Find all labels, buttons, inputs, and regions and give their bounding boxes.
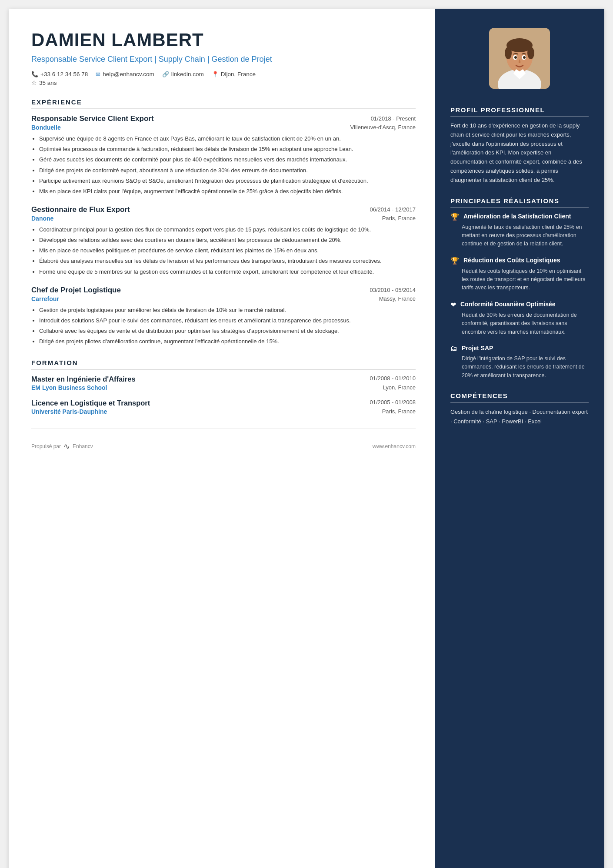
exp-title: Chef de Projet Logistique: [31, 286, 121, 295]
achievement-item: ❤ Conformité Douanière Optimisée Réduit …: [450, 300, 589, 336]
exp-header: Chef de Projet Logistique 03/2010 - 05/2…: [31, 286, 416, 295]
left-column: DAMIEN LAMBERT Responsable Service Clien…: [9, 9, 435, 868]
exp-title: Gestionnaire de Flux Export: [31, 205, 130, 214]
achievements-list: 🏆 Amélioration de la Satisfaction Client…: [450, 212, 589, 380]
exp-company: Carrefour: [31, 295, 59, 302]
education-item: Licence en Logistique et Transport 01/20…: [31, 399, 416, 415]
exp-sub: Danone Paris, France: [31, 215, 416, 223]
edu-degree: Master en Ingénierie d'Affaires: [31, 375, 136, 383]
contact-row: 📞 +33 6 12 34 56 78 ✉ help@enhancv.com 🔗…: [31, 71, 416, 77]
exp-dates: 06/2014 - 12/2017: [370, 205, 416, 213]
exp-bullets: Gestion de projets logistiques pour amél…: [31, 306, 416, 346]
achievement-text: Dirigé l'intégration de SAP pour le suiv…: [450, 355, 589, 380]
bullet-item: Mis en place des KPI clairs pour l'équip…: [39, 187, 416, 196]
competences-title: COMPÉTENCES: [450, 392, 589, 403]
location-item: 📍 Dijon, France: [212, 71, 256, 77]
bullet-item: Optimisé les processus de commande à fac…: [39, 145, 416, 154]
exp-sub: Carrefour Massy, France: [31, 295, 416, 303]
svg-point-6: [527, 47, 534, 59]
bullet-item: Gestion de projets logistiques pour amél…: [39, 306, 416, 315]
achievement-title: Projet SAP: [462, 344, 493, 352]
powered-by-text: Propulsé par: [31, 443, 61, 449]
age-text: 35 ans: [39, 80, 57, 86]
linkedin-icon: 🔗: [162, 71, 169, 77]
profil-title: PROFIL PROFESSIONNEL: [450, 106, 589, 117]
achievement-icon: 🗂: [450, 345, 457, 352]
achievement-text: Réduit de 30% les erreurs de documentati…: [450, 311, 589, 336]
achievement-title: Réduction des Coûts Logistiques: [463, 256, 560, 265]
exp-location: Villeneuve-d'Ascq, France: [350, 124, 416, 132]
achievement-item: 🏆 Amélioration de la Satisfaction Client…: [450, 212, 589, 248]
email-icon: ✉: [96, 71, 100, 77]
svg-point-10: [523, 56, 526, 59]
experience-item: Responsable Service Client Export 01/201…: [31, 114, 416, 196]
edu-sub: Université Paris-Dauphine Paris, France: [31, 408, 416, 415]
achievement-item: 🏆 Réduction des Coûts Logistiques Réduit…: [450, 256, 589, 292]
exp-company: Danone: [31, 215, 53, 222]
exp-location: Paris, France: [382, 215, 416, 223]
formation-section-title: FORMATION: [31, 359, 416, 370]
edu-sub: EM Lyon Business School Lyon, France: [31, 384, 416, 391]
experience-item: Chef de Projet Logistique 03/2010 - 05/2…: [31, 286, 416, 346]
competences-text: Gestion de la chaîne logistique · Docume…: [450, 407, 589, 426]
exp-dates: 03/2010 - 05/2014: [370, 286, 416, 293]
bullet-item: Géré avec succès les documents de confor…: [39, 155, 416, 164]
achievement-icon: 🏆: [450, 213, 459, 221]
achievement-header: 🗂 Projet SAP: [450, 344, 589, 352]
exp-title: Responsable Service Client Export: [31, 114, 154, 123]
experience-item: Gestionnaire de Flux Export 06/2014 - 12…: [31, 205, 416, 276]
linkedin-text: linkedin.com: [171, 71, 204, 77]
svg-point-9: [514, 56, 517, 59]
bullet-item: Développé des relations solides avec des…: [39, 236, 416, 245]
star-icon: ☆: [31, 79, 37, 86]
achievement-item: 🗂 Projet SAP Dirigé l'intégration de SAP…: [450, 344, 589, 380]
candidate-subtitle: Responsable Service Client Export | Supp…: [31, 54, 416, 65]
bullet-item: Supervisé une équipe de 8 agents en Fran…: [39, 134, 416, 143]
enhancv-brand: Propulsé par ∿ Enhancv: [31, 442, 93, 451]
location-icon: 📍: [212, 71, 219, 77]
phone-text: +33 6 12 34 56 78: [40, 71, 88, 77]
edu-school: EM Lyon Business School: [31, 384, 107, 391]
achievement-icon: 🏆: [450, 257, 459, 265]
bullet-item: Formé une équipe de 5 membres sur la ges…: [39, 268, 416, 276]
edu-header: Master en Ingénierie d'Affaires 01/2008 …: [31, 375, 416, 383]
bullet-item: Coordinateur principal pour la gestion d…: [39, 225, 416, 234]
phone-icon: 📞: [31, 71, 38, 77]
bullet-item: Introduit des solutions SAP pour le suiv…: [39, 316, 416, 325]
candidate-name: DAMIEN LAMBERT: [31, 30, 416, 50]
profil-section: PROFIL PROFESSIONNEL Fort de 10 ans d'ex…: [450, 106, 589, 185]
brand-name: Enhancv: [73, 443, 93, 449]
experience-section: EXPÉRIENCE Responsable Service Client Ex…: [31, 98, 416, 346]
experience-list: Responsable Service Client Export 01/201…: [31, 114, 416, 346]
achievement-text: Augmenté le taux de satisfaction client …: [450, 223, 589, 248]
edu-location: Paris, France: [382, 408, 416, 415]
realisations-title: PRINCIPALES RÉALISATIONS: [450, 197, 589, 208]
edu-degree: Licence en Logistique et Transport: [31, 399, 150, 407]
linkedin-item: 🔗 linkedin.com: [162, 71, 204, 77]
bullet-item: Mis en place de nouvelles politiques et …: [39, 246, 416, 255]
exp-header: Gestionnaire de Flux Export 06/2014 - 12…: [31, 205, 416, 214]
photo-area: [435, 9, 604, 102]
bullet-item: Dirigé des projets de conformité export,…: [39, 166, 416, 175]
right-content: PROFIL PROFESSIONNEL Fort de 10 ans d'ex…: [435, 102, 604, 456]
exp-dates: 01/2018 - Present: [371, 114, 416, 122]
achievement-title: Conformité Douanière Optimisée: [460, 300, 556, 308]
phone-item: 📞 +33 6 12 34 56 78: [31, 71, 88, 77]
profil-text: Fort de 10 ans d'expérience en gestion d…: [450, 121, 589, 185]
edu-school: Université Paris-Dauphine: [31, 408, 107, 415]
achievement-text: Réduit les coûts logistiques de 10% en o…: [450, 267, 589, 292]
achievement-header: 🏆 Réduction des Coûts Logistiques: [450, 256, 589, 265]
profile-photo: [489, 28, 550, 89]
bullet-item: Élaboré des analyses mensuelles sur les …: [39, 257, 416, 265]
email-item: ✉ help@enhancv.com: [96, 71, 154, 77]
exp-location: Massy, France: [379, 295, 416, 303]
edu-header: Licence en Logistique et Transport 01/20…: [31, 399, 416, 407]
enhancv-logo-icon: ∿: [63, 442, 70, 451]
exp-bullets: Coordinateur principal pour la gestion d…: [31, 225, 416, 276]
exp-company: Bonduelle: [31, 124, 61, 131]
formation-section: FORMATION Master en Ingénierie d'Affaire…: [31, 359, 416, 415]
location-text: Dijon, France: [221, 71, 256, 77]
bullet-item: Collaboré avec les équipes de vente et d…: [39, 327, 416, 335]
exp-bullets: Supervisé une équipe de 8 agents en Fran…: [31, 134, 416, 196]
exp-sub: Bonduelle Villeneuve-d'Ascq, France: [31, 124, 416, 132]
